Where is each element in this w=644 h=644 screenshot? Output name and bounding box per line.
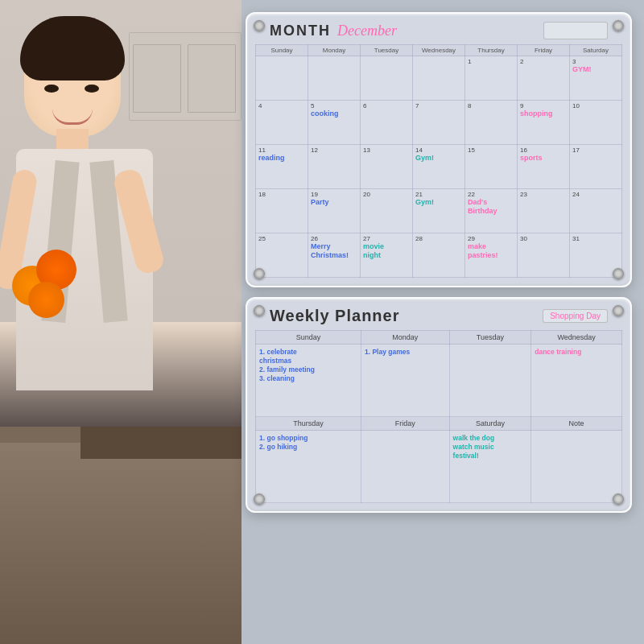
calendar-event: movie xyxy=(363,242,410,251)
weekly-day-header: Sunday xyxy=(256,331,361,345)
day-number: 3 xyxy=(572,58,619,65)
weekly-event: 1. celebrate xyxy=(259,348,357,357)
calendar-event: shopping xyxy=(520,109,567,118)
calendar-row: 11reading121314Gym!1516sports17 xyxy=(256,145,622,189)
cal-day-header: Monday xyxy=(308,45,361,56)
calendar-cell: 15 xyxy=(465,145,518,189)
calendar-cell xyxy=(361,56,413,101)
weekly-day-header: Wednesday xyxy=(531,331,622,345)
weekly-event: 1. go shopping xyxy=(259,434,357,443)
calendar-cell: 24 xyxy=(570,189,622,233)
cal-day-header: Sunday xyxy=(256,45,308,56)
calendar-event: Christmas! xyxy=(311,251,357,260)
cal-day-header: Wednesday xyxy=(413,45,465,56)
weekly-event: walk the dog xyxy=(453,434,528,443)
day-number: 24 xyxy=(572,191,619,198)
weekly-event: festival! xyxy=(453,452,528,460)
calendar-event: Dad's xyxy=(468,198,514,207)
corner-screw-br xyxy=(613,268,624,279)
calendar-cell: 2 xyxy=(518,56,570,101)
calendar-cell: 27movienight xyxy=(361,233,413,278)
day-number: 7 xyxy=(415,102,462,109)
calendar-cell: 1 xyxy=(465,56,518,101)
weekly-event: dance training xyxy=(535,348,618,357)
calendar-cell: 19Party xyxy=(308,189,361,233)
calendar-event: Gym! xyxy=(415,154,462,163)
cal-day-header: Thursday xyxy=(465,45,518,56)
calendar-cell xyxy=(413,56,465,101)
calendar-cell: 8 xyxy=(465,101,518,145)
weekly-cell: 1. Play games xyxy=(361,345,450,417)
calendar-event: Merry xyxy=(311,242,357,251)
month-label: MONTH xyxy=(270,23,331,39)
calendar-event: Gym! xyxy=(415,198,462,207)
day-number: 31 xyxy=(572,235,619,242)
calendar-cell: 10 xyxy=(570,101,622,145)
calendar-cell: 4 xyxy=(256,101,308,145)
corner-screw-tl xyxy=(254,305,265,316)
calendar-cell: 30 xyxy=(518,233,570,278)
corner-screw-bl xyxy=(254,493,265,505)
calendar-cell: 20 xyxy=(361,189,413,233)
weekly-event: christmas xyxy=(259,357,357,365)
weekly-event: 3. cleaning xyxy=(259,374,357,383)
weekly-cell: 1. celebratechristmas2. family meeting3.… xyxy=(256,345,361,417)
weekly-event: watch music xyxy=(453,443,528,452)
month-header: MONTH December xyxy=(255,22,622,39)
monthly-calendar-board: MONTH December SundayMondayTuesdayWednes… xyxy=(246,12,632,287)
weekly-event: 1. Play games xyxy=(365,348,446,357)
calendar-row: 1819Party2021Gym!22Dad'sBirthday2324 xyxy=(256,189,622,233)
calendar-cell xyxy=(308,56,361,101)
calendar-cell: 28 xyxy=(413,233,465,278)
day-number: 17 xyxy=(572,147,619,154)
boards-panel: MONTH December SundayMondayTuesdayWednes… xyxy=(242,0,644,644)
weekly-cell: 1. go shopping2. go hiking xyxy=(256,431,361,503)
weekly-note-label: Shopping Day xyxy=(550,312,601,320)
corner-screw-tr xyxy=(613,305,624,316)
calendar-event: cooking xyxy=(311,109,357,118)
day-number: 15 xyxy=(468,147,514,154)
weekly-cell: walk the dogwatch musicfestival! xyxy=(449,431,531,503)
day-number: 22 xyxy=(468,191,514,198)
cal-day-header: Saturday xyxy=(570,45,622,56)
day-number: 27 xyxy=(363,235,410,242)
corner-screw-tr xyxy=(613,20,624,31)
weekly-day-header: Note xyxy=(531,417,622,431)
day-number: 25 xyxy=(258,235,305,242)
calendar-event: sports xyxy=(520,154,567,163)
corner-screw-tl xyxy=(254,20,265,31)
calendar-cell: 18 xyxy=(256,189,308,233)
weekly-day-header: Saturday xyxy=(449,417,531,431)
day-number: 8 xyxy=(468,102,514,109)
day-number: 14 xyxy=(415,147,462,154)
calendar-cell: 26MerryChristmas! xyxy=(308,233,361,278)
cal-day-header: Friday xyxy=(518,45,570,56)
weekly-header: Weekly Planner Shopping Day xyxy=(255,307,622,325)
day-number: 2 xyxy=(520,58,567,65)
day-number: 16 xyxy=(520,147,567,154)
weekly-day-header: Friday xyxy=(361,417,450,431)
calendar-row: 45cooking6789shopping10 xyxy=(256,101,622,145)
weekly-note-box: Shopping Day xyxy=(543,309,608,323)
day-number: 29 xyxy=(468,235,514,242)
weekly-event: 2. family meeting xyxy=(259,365,357,374)
day-number: 10 xyxy=(572,102,619,109)
day-number: 9 xyxy=(520,102,567,109)
corner-screw-br xyxy=(613,493,624,505)
day-number: 20 xyxy=(363,191,410,198)
weekly-cell: dance training xyxy=(531,345,622,417)
calendar-cell: 12 xyxy=(308,145,361,189)
calendar-cell: 5cooking xyxy=(308,101,361,145)
day-number: 5 xyxy=(311,102,357,109)
weekly-cell xyxy=(531,431,622,503)
weekly-title: Weekly Planner xyxy=(270,307,399,325)
calendar-cell xyxy=(256,56,308,101)
calendar-row: 2526MerryChristmas!27movienight2829makep… xyxy=(256,233,622,278)
weekly-table: SundayMondayTuesdayWednesday 1. celebrat… xyxy=(255,330,622,503)
cal-day-header: Tuesday xyxy=(361,45,413,56)
day-number: 13 xyxy=(363,147,410,154)
calendar-cell: 9shopping xyxy=(518,101,570,145)
calendar-cell: 16sports xyxy=(518,145,570,189)
calendar-event: pastries! xyxy=(468,251,514,260)
day-number: 26 xyxy=(311,235,357,242)
